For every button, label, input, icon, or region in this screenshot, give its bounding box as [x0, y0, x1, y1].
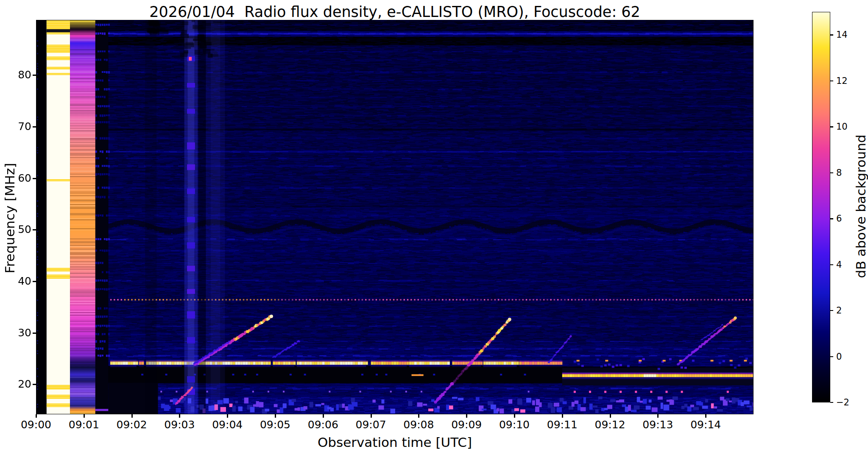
- x-tick-label: 09:02: [106, 419, 157, 431]
- x-tick-label: 09:00: [11, 419, 61, 431]
- plot-border: [36, 20, 754, 414]
- x-tick-mark: [610, 414, 611, 418]
- colorbar: [812, 12, 830, 402]
- x-tick-label: 09:12: [585, 419, 636, 431]
- colorbar-tick-mark: [830, 402, 833, 403]
- colorbar-tick-mark: [830, 172, 833, 173]
- colorbar-tick-label: 0: [836, 352, 862, 362]
- y-tick-label: 80: [6, 69, 31, 81]
- y-tick-mark: [33, 281, 36, 282]
- x-tick-mark: [179, 414, 180, 418]
- y-axis-label: Frequency [MHz]: [2, 125, 17, 311]
- x-tick-mark: [323, 414, 324, 418]
- x-tick-label: 09:01: [59, 419, 109, 431]
- colorbar-tick-label: 2: [836, 305, 862, 316]
- x-tick-label: 09:10: [489, 419, 540, 431]
- x-tick-mark: [418, 414, 419, 418]
- chart-title: 2026/01/04 Radio flux density, e-CALLIST…: [36, 3, 754, 20]
- x-tick-mark: [466, 414, 467, 418]
- colorbar-tick-mark: [830, 356, 833, 357]
- x-tick-mark: [131, 414, 133, 418]
- x-tick-mark: [657, 414, 659, 418]
- x-tick-mark: [84, 414, 85, 418]
- x-tick-label: 09:08: [393, 419, 444, 431]
- x-tick-mark: [514, 414, 515, 418]
- colorbar-tick-mark: [830, 34, 833, 35]
- figure-root: 2026/01/04 Radio flux density, e-CALLIST…: [0, 0, 868, 452]
- colorbar-tick-label: 14: [836, 30, 862, 40]
- colorbar-tick-mark: [830, 218, 833, 219]
- x-tick-mark: [275, 414, 276, 418]
- x-tick-mark: [371, 414, 372, 418]
- colorbar-tick-mark: [830, 126, 833, 127]
- x-tick-label: 09:03: [154, 419, 205, 431]
- x-tick-mark: [36, 414, 37, 418]
- y-tick-mark: [33, 229, 36, 230]
- x-tick-label: 09:09: [441, 419, 492, 431]
- colorbar-label: dB above background: [853, 113, 868, 299]
- x-tick-label: 09:06: [298, 419, 349, 431]
- y-tick-mark: [33, 333, 36, 334]
- x-tick-mark: [562, 414, 563, 418]
- x-tick-label: 09:11: [537, 419, 588, 431]
- x-axis-label: Observation time [UTC]: [36, 435, 754, 450]
- colorbar-tick-mark: [830, 310, 833, 311]
- y-tick-label: 30: [6, 327, 31, 339]
- x-tick-label: 09:04: [202, 419, 253, 431]
- colorbar-tick-mark: [830, 80, 833, 81]
- y-tick-mark: [33, 75, 36, 76]
- y-tick-mark: [33, 384, 36, 385]
- colorbar-tick-label: −2: [836, 397, 862, 408]
- x-tick-label: 09:05: [250, 419, 301, 431]
- y-tick-mark: [33, 126, 36, 128]
- x-tick-label: 09:14: [680, 419, 731, 431]
- y-tick-label: 20: [6, 378, 31, 390]
- x-tick-mark: [227, 414, 228, 418]
- x-tick-label: 09:07: [346, 419, 396, 431]
- x-tick-label: 09:13: [632, 419, 683, 431]
- colorbar-tick-mark: [830, 264, 833, 265]
- y-tick-mark: [33, 178, 36, 179]
- x-tick-mark: [705, 414, 706, 418]
- colorbar-tick-label: 12: [836, 76, 862, 86]
